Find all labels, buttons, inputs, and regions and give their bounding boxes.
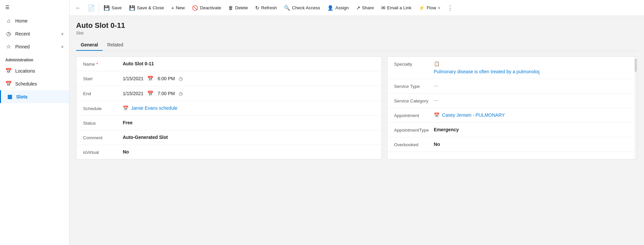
name-value[interactable]: Auto Slot 0-11 <box>123 61 375 66</box>
service-category-label: Service Category <box>394 98 434 103</box>
comment-label: Comment <box>83 135 123 140</box>
check-access-button[interactable]: 🔍 Check Access <box>281 3 323 13</box>
start-calendar-icon[interactable]: 📅 <box>147 76 154 82</box>
sidebar-item-locations-label: Locations <box>15 68 35 74</box>
sidebar-item-home-label: Home <box>15 18 27 24</box>
start-time[interactable]: 6:00 PM <box>158 76 175 81</box>
more-icon: ⋮ <box>447 5 453 11</box>
specialty-label: Specialty <box>394 61 434 67</box>
pinned-chevron-icon: ∨ <box>61 44 64 49</box>
right-panel: Specialty 📋 Pulmonary disease is often t… <box>387 56 637 159</box>
save-close-icon: 💾 <box>129 5 135 11</box>
left-panel: Name* Auto Slot 0-11 Start 1/15/2021 📅 6… <box>76 56 382 159</box>
refresh-label: Refresh <box>261 5 277 10</box>
back-button[interactable]: ← <box>72 3 84 13</box>
assign-button[interactable]: 👤 Assign <box>324 3 352 13</box>
deactivate-icon: 🚫 <box>192 5 198 11</box>
status-label: Status <box>83 120 123 126</box>
flow-icon: ⚡ <box>419 5 425 11</box>
sidebar-item-locations[interactable]: 📅 Locations <box>0 64 69 77</box>
delete-button[interactable]: 🗑 Delete <box>225 3 251 13</box>
schedules-icon: 📅 <box>5 81 12 87</box>
appointment-value[interactable]: 📅 Casey Jensen - PULMONARY <box>434 112 630 118</box>
more-options-button[interactable]: ⋮ <box>444 2 456 14</box>
sidebar-nav: ⌂ Home ◷ Recent ∨ ☆ Pinned ∨ Administrat… <box>0 15 69 103</box>
end-time[interactable]: 7:00 PM <box>158 91 175 96</box>
deactivate-button[interactable]: 🚫 Deactivate <box>189 3 224 13</box>
share-label: Share <box>362 5 374 10</box>
end-time-icon[interactable]: ◷ <box>179 91 183 96</box>
field-start: Start 1/15/2021 📅 6:00 PM ◷ <box>76 71 382 86</box>
scrollbar-thumb[interactable] <box>635 59 637 72</box>
divider-1 <box>99 3 99 13</box>
home-icon: ⌂ <box>5 18 12 24</box>
hamburger-icon: ☰ <box>5 5 10 10</box>
appointment-label: Appointment <box>394 112 434 118</box>
field-appointment-type: AppointmentType Emergency <box>388 123 637 137</box>
main-content: ← 📄 💾 Save 💾 Save & Close + New 🚫 Deacti… <box>69 0 644 245</box>
sidebar-item-recent-label: Recent <box>15 31 30 36</box>
locations-icon: 📅 <box>5 68 12 74</box>
schedule-value[interactable]: 📅 Jamie Evans schedule <box>123 105 375 111</box>
schedule-label: Schedule <box>83 105 123 111</box>
scrollbar-track <box>634 57 637 159</box>
specialty-value[interactable]: 📋 Pulmonary disease is often treated by … <box>434 61 540 74</box>
sidebar-item-schedules[interactable]: 📅 Schedules <box>0 77 69 90</box>
save-label: Save <box>112 5 122 10</box>
page-content: Auto Slot 0-11 Slot General Related Name… <box>69 16 644 245</box>
end-date[interactable]: 1/15/2021 <box>123 91 143 96</box>
isvirtual-value[interactable]: No <box>123 149 375 154</box>
end-value: 1/15/2021 📅 7:00 PM ◷ <box>123 91 375 96</box>
save-button[interactable]: 💾 Save <box>100 3 125 13</box>
email-link-button[interactable]: ✉ Email a Link <box>378 3 415 13</box>
start-time-icon[interactable]: ◷ <box>179 76 183 81</box>
save-icon: 💾 <box>104 5 110 11</box>
name-required: * <box>96 62 98 67</box>
specialty-icon: 📋 <box>434 61 439 66</box>
sidebar-item-home[interactable]: ⌂ Home <box>0 15 69 27</box>
appointment-type-value[interactable]: Emergency <box>434 127 630 132</box>
comment-value[interactable]: Auto-Generated Slot <box>123 135 375 140</box>
tab-general[interactable]: General <box>76 39 103 51</box>
check-access-icon: 🔍 <box>284 5 290 11</box>
sidebar-item-slots[interactable]: ▦ Slots <box>0 90 69 103</box>
refresh-icon: ↻ <box>255 5 259 11</box>
delete-label: Delete <box>235 5 248 10</box>
flow-button[interactable]: ⚡ Flow ∨ <box>415 3 444 13</box>
isvirtual-label: isVirtual <box>83 149 123 155</box>
doc-icon: 📄 <box>87 5 95 11</box>
schedule-icon: 📅 <box>123 105 128 111</box>
flow-label: Flow <box>427 5 436 10</box>
service-type-value: --- <box>434 83 630 89</box>
back-icon: ← <box>75 5 81 11</box>
overbooked-value[interactable]: No <box>434 142 630 147</box>
hamburger-menu[interactable]: ☰ <box>0 0 69 15</box>
start-value: 1/15/2021 📅 6:00 PM ◷ <box>123 76 375 82</box>
sidebar-item-recent[interactable]: ◷ Recent ∨ <box>0 27 69 40</box>
share-button[interactable]: ↗ Share <box>353 3 377 13</box>
new-button[interactable]: + New <box>168 3 188 13</box>
end-label: End <box>83 91 123 96</box>
deactivate-label: Deactivate <box>200 5 221 10</box>
assign-icon: 👤 <box>327 5 334 11</box>
appointment-icon: 📅 <box>434 112 439 118</box>
check-access-label: Check Access <box>292 5 320 10</box>
appointment-type-label: AppointmentType <box>394 127 434 133</box>
sidebar-item-pinned[interactable]: ☆ Pinned ∨ <box>0 40 69 53</box>
start-date[interactable]: 1/15/2021 <box>123 76 143 81</box>
email-label: Email a Link <box>387 5 412 10</box>
new-icon: + <box>171 5 174 11</box>
recent-chevron-icon: ∨ <box>61 31 64 36</box>
field-end: End 1/15/2021 📅 7:00 PM ◷ <box>76 86 382 101</box>
tab-related[interactable]: Related <box>103 39 128 51</box>
save-close-button[interactable]: 💾 Save & Close <box>126 3 167 13</box>
end-calendar-icon[interactable]: 📅 <box>147 91 154 96</box>
overbooked-label: Overbooked <box>394 142 434 147</box>
status-value[interactable]: Free <box>123 120 375 125</box>
toolbar: ← 📄 💾 Save 💾 Save & Close + New 🚫 Deacti… <box>69 0 644 16</box>
share-icon: ↗ <box>356 5 360 11</box>
save-close-label: Save & Close <box>137 5 164 10</box>
refresh-button[interactable]: ↻ Refresh <box>252 3 280 13</box>
sidebar: ☰ ⌂ Home ◷ Recent ∨ ☆ Pinned ∨ Administr… <box>0 0 69 245</box>
field-specialty: Specialty 📋 Pulmonary disease is often t… <box>388 57 637 79</box>
